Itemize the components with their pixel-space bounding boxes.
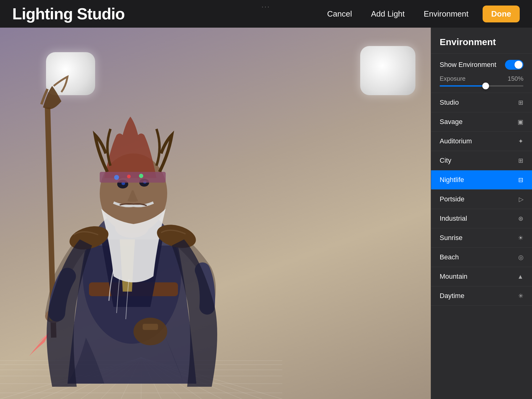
env-item-icon: ⊞ [518,99,523,106]
env-item-nightlife[interactable]: Nightlife⊟ [431,170,532,190]
svg-point-36 [133,318,167,345]
exposure-value: 150% [508,75,523,82]
env-item-studio[interactable]: Studio⊞ [431,93,532,112]
env-item-daytime[interactable]: Daytime✳ [431,286,532,306]
env-item-label: Portside [440,195,465,203]
env-item-portside[interactable]: Portside▷ [431,190,532,209]
toolbar-actions: Cancel Add Light Environment Done [322,6,520,22]
slider-fill [440,85,486,87]
svg-rect-30 [100,172,166,183]
svg-rect-37 [143,324,158,330]
env-item-mountain[interactable]: Mountain▲ [431,267,532,286]
environment-panel-header: Environment [431,28,532,54]
light-orb-right[interactable] [360,46,415,95]
env-item-sunrise[interactable]: Sunrise☀ [431,228,532,248]
show-environment-toggle[interactable] [505,60,523,70]
env-item-icon: ▷ [519,196,523,203]
env-item-label: Beach [440,253,459,261]
slider-thumb[interactable] [482,83,489,89]
environment-list: Studio⊞Savage▣Auditorium✦City⊞Nightlife⊟… [431,93,532,399]
env-item-label: Industrial [440,215,467,223]
env-item-label: Auditorium [440,137,472,145]
env-item-icon: ⊟ [518,176,523,184]
character-svg [0,61,276,399]
cancel-button[interactable]: Cancel [322,7,357,21]
env-item-label: Studio [440,99,459,107]
app-title: Lighting Studio [12,5,125,23]
env-item-industrial[interactable]: Industrial⊛ [431,209,532,228]
env-item-icon: ☀ [518,234,523,242]
character-viewport [0,28,282,399]
environment-button[interactable]: Environment [419,7,473,21]
env-item-icon: ▲ [517,273,523,280]
env-item-auditorium[interactable]: Auditorium✦ [431,132,532,151]
exposure-label: Exposure [440,75,466,82]
exposure-row: Exposure 150% [440,75,523,82]
env-item-icon: ◎ [518,254,523,261]
exposure-slider[interactable] [440,85,523,87]
toggle-knob [515,61,522,69]
env-item-label: Sunrise [440,234,463,242]
env-item-icon: ✳ [518,292,523,300]
show-environment-row: Show Environment [440,60,523,70]
env-item-label: Nightlife [440,176,464,184]
env-item-savage[interactable]: Savage▣ [431,112,532,132]
env-item-city[interactable]: City⊞ [431,151,532,170]
done-button[interactable]: Done [483,6,520,22]
svg-point-33 [139,174,143,178]
env-item-label: Daytime [440,292,465,300]
env-item-label: City [440,157,451,165]
add-light-button[interactable]: Add Light [366,7,410,21]
show-environment-label: Show Environment [440,61,496,69]
environment-panel: Environment Show Environment Exposure 15… [431,28,532,399]
env-item-beach[interactable]: Beach◎ [431,248,532,267]
env-item-icon: ✦ [518,138,523,145]
env-item-icon: ⊞ [518,157,523,164]
show-environment-section: Show Environment Exposure 150% [431,54,532,93]
env-item-icon: ▣ [518,118,523,126]
svg-point-32 [127,175,131,178]
env-item-label: Savage [440,118,463,126]
env-item-icon: ⊛ [518,215,523,222]
window-dots: ··· [262,3,271,10]
svg-point-31 [114,175,119,180]
env-item-label: Mountain [440,273,468,281]
